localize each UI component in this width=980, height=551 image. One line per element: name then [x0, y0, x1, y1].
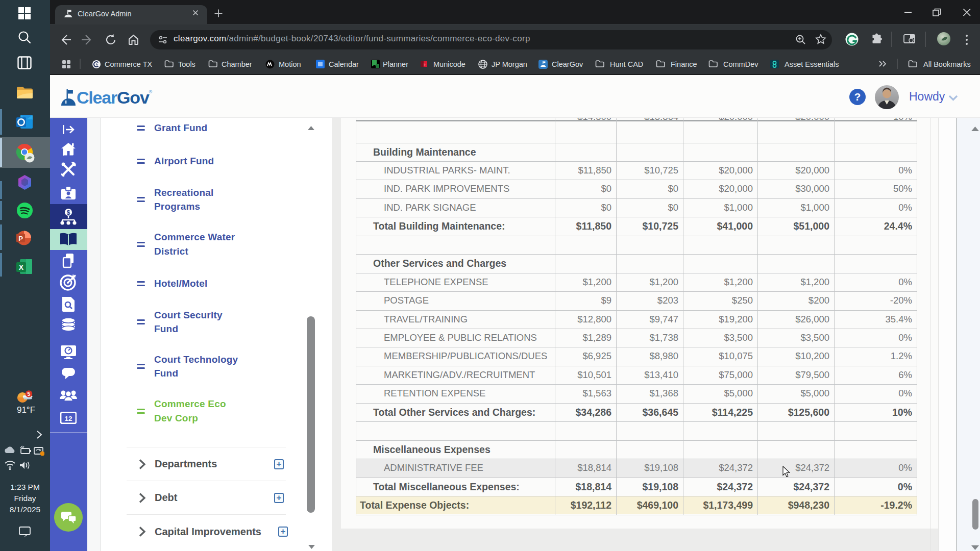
svg-text:X: X [19, 263, 24, 271]
svg-text:5: 5 [28, 391, 31, 397]
svg-text:P: P [18, 235, 23, 242]
svg-text:$: $ [67, 209, 70, 216]
svg-text:12: 12 [64, 415, 72, 422]
